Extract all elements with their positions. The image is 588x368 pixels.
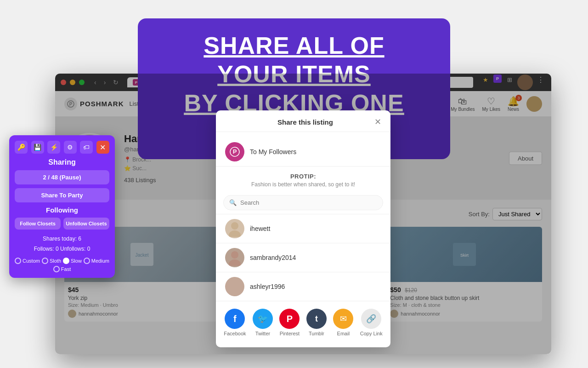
pinterest-label: Pinterest — [280, 331, 300, 336]
user-list-item[interactable]: ashleyr1996 — [216, 272, 390, 301]
copy-link-label: Copy Link — [360, 331, 383, 336]
email-icon: ✉ — [333, 309, 353, 329]
twitter-label: Twitter — [255, 331, 270, 336]
unfollow-closets-button[interactable]: Unfollow Closets — [63, 218, 109, 230]
modal-title: Share this listing — [236, 118, 374, 126]
poshmark-share-icon: P — [225, 142, 244, 161]
radio-fast-circle — [53, 266, 60, 272]
search-icon: 🔍 — [229, 199, 237, 206]
widget-tool-tag[interactable]: 🏷 — [80, 141, 93, 154]
modal-close-button[interactable]: ✕ — [374, 118, 381, 126]
widget-progress-button[interactable]: 2 / 48 (Pause) — [15, 170, 109, 184]
protip-text: Fashion is better when shared, so get to… — [225, 181, 381, 188]
facebook-label: Facebook — [224, 331, 246, 336]
share-modal: Share this listing ✕ P To My Followers P… — [216, 110, 390, 347]
copy-link-share[interactable]: 🔗 Copy Link — [360, 309, 383, 336]
modal-header: Share this listing ✕ — [216, 110, 390, 132]
facebook-icon: f — [225, 309, 245, 329]
widget-tool-key[interactable]: 🔑 — [15, 141, 28, 154]
widget-tool-bolt[interactable]: ⚡ — [47, 141, 60, 154]
radio-medium[interactable]: Medium — [84, 258, 109, 264]
user-avatar-3 — [225, 277, 244, 296]
facebook-share[interactable]: f Facebook — [224, 309, 246, 336]
tumblr-icon: t — [306, 309, 327, 329]
email-share[interactable]: ✉ Email — [333, 309, 353, 336]
email-label: Email — [337, 331, 350, 336]
radio-slow-circle — [63, 258, 69, 264]
to-followers-label: To My Followers — [250, 148, 296, 155]
svg-point-14 — [231, 251, 238, 259]
widget-follow-row: Follow Closets Unfollow Closets — [15, 218, 109, 230]
tumblr-label: Tumblr — [309, 331, 324, 336]
svg-point-17 — [229, 288, 241, 295]
widget-stats: Shares today: 6 Follows: 0 Unfollows: 0 — [15, 234, 109, 254]
modal-body: P To My Followers PROTIP: Fashion is bet… — [216, 132, 390, 347]
modal-overlay[interactable]: Share this listing ✕ P To My Followers P… — [55, 74, 551, 354]
to-followers-option[interactable]: P To My Followers — [216, 138, 390, 166]
user-avatar-1 — [225, 219, 244, 238]
radio-sloth[interactable]: Sloth — [42, 258, 61, 264]
widget-share-party-button[interactable]: Share To Party — [15, 188, 109, 202]
widget-title: Sharing — [15, 158, 109, 167]
widget-close-button[interactable]: ✕ — [96, 141, 109, 154]
radio-custom-circle — [15, 258, 21, 264]
protip-section: PROTIP: Fashion is better when shared, s… — [216, 166, 390, 191]
svg-text:P: P — [233, 148, 237, 155]
svg-point-13 — [229, 230, 241, 237]
widget-tool-settings[interactable]: ⚙ — [64, 141, 77, 154]
protip-title: PROTIP: — [225, 173, 381, 180]
svg-point-12 — [231, 222, 238, 230]
follow-closets-button[interactable]: Follow Closets — [15, 218, 61, 230]
twitter-icon: 🐦 — [253, 309, 273, 329]
sharing-widget: 🔑 💾 ⚡ ⚙ 🏷 ✕ Sharing 2 / 48 (Pause) Share… — [9, 135, 115, 278]
widget-following-title: Following — [15, 206, 109, 214]
modal-search-container: 🔍 — [223, 195, 383, 210]
widget-tool-save[interactable]: 💾 — [31, 141, 44, 154]
modal-search-input[interactable] — [240, 199, 377, 206]
social-share-row: f Facebook 🐦 Twitter P Pin — [216, 301, 390, 342]
user-avatar-2 — [225, 248, 244, 267]
widget-toolbar: 🔑 💾 ⚡ ⚙ 🏷 ✕ — [15, 141, 109, 154]
widget-radio-group: Custom Sloth Slow Medium Fast — [15, 258, 109, 272]
browser-window: ‹ › ↻ P Sharing: S 🔒 poshm ★ P ⊞ ⋮ P POS… — [55, 74, 551, 354]
radio-sloth-circle — [42, 258, 48, 264]
twitter-share[interactable]: 🐦 Twitter — [253, 309, 273, 336]
user-name-ihewett: ihewett — [250, 225, 270, 232]
copy-link-icon: 🔗 — [361, 309, 381, 329]
user-list-item[interactable]: sambrandy2014 — [216, 243, 390, 272]
svg-point-15 — [229, 259, 241, 266]
user-name-ashleyr: ashleyr1996 — [250, 283, 285, 290]
pinterest-share[interactable]: P Pinterest — [279, 309, 300, 336]
radio-fast[interactable]: Fast — [53, 266, 71, 272]
radio-slow[interactable]: Slow — [63, 258, 82, 264]
svg-point-16 — [231, 280, 238, 288]
user-name-sambrandy: sambrandy2014 — [250, 254, 296, 261]
user-list-item[interactable]: ihewett — [216, 214, 390, 243]
radio-medium-circle — [84, 258, 90, 264]
radio-custom[interactable]: Custom — [15, 258, 40, 264]
pinterest-icon: P — [279, 309, 300, 329]
tumblr-share[interactable]: t Tumblr — [306, 309, 327, 336]
